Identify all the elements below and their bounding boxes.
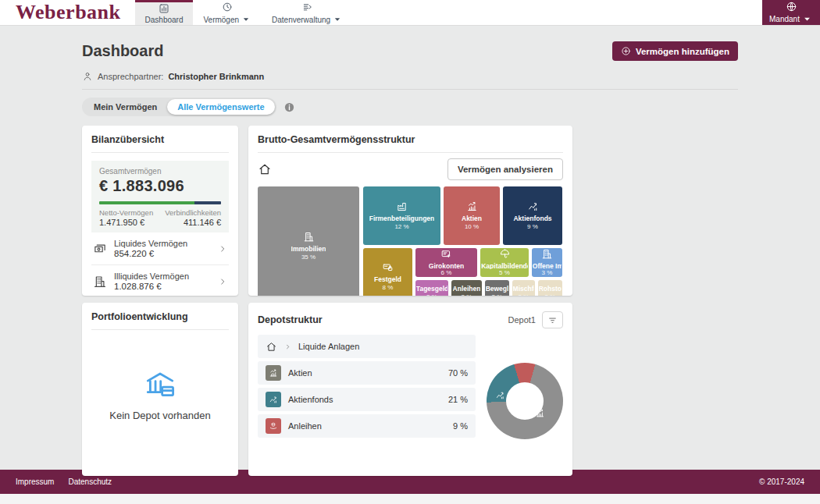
factory-icon [396, 201, 408, 212]
illiquid-assets-row[interactable]: Illiquides Vermögen 1.028.876 € [91, 265, 229, 296]
tile-label: Girokonten [429, 262, 464, 269]
info-icon[interactable] [283, 101, 295, 113]
depot-row[interactable]: Aktien70 % [258, 361, 476, 385]
gross-asset-structure-card: Brutto-Gesamtvermögensstruktur Vermögen … [248, 126, 572, 296]
no-depot-empty-state: Kein Depot vorhanden [91, 330, 229, 467]
illiquid-assets-value: 1.028.876 € [114, 282, 189, 291]
depot-row-label: Aktien [288, 368, 312, 378]
contact-name: Christopher Brinkmann [168, 72, 264, 81]
treemap-tile[interactable]: Festgeld8 % [363, 248, 412, 296]
depot-filter-button[interactable] [542, 311, 563, 328]
globe-icon [786, 1, 797, 12]
treemap-tile[interactable]: Aktienfonds9 % [503, 186, 562, 245]
balance-overview-card: Bilanzübersicht Gesamtvermögen € 1.883.0… [82, 126, 238, 296]
nav-tab-vermoegen[interactable]: Vermögen [193, 0, 262, 25]
treemap-tile[interactable]: Aktien10 % [444, 186, 500, 245]
top-navigation-bar: Weberbank Dashboard Vermögen Datenverwal… [0, 0, 820, 26]
treemap-tile[interactable]: Tagesgeld3 % [415, 280, 448, 296]
building-icon [93, 275, 107, 289]
tile-percent: 2 % [545, 293, 556, 296]
portfolio-development-card: Portfolioentwicklung Kein Depot vorhande… [82, 303, 238, 476]
nav-tab-dashboard[interactable]: Dashboard [135, 0, 194, 25]
nav-tab-label: Dashboard [145, 16, 184, 24]
add-asset-label: Vermögen hinzufügen [636, 47, 729, 56]
tile-label: Aktien [462, 215, 482, 223]
bank-icon [141, 368, 179, 401]
footer-link-impressum[interactable]: Impressum [16, 477, 54, 486]
nav-tab-datenverwaltung[interactable]: Datenverwaltung [262, 0, 353, 25]
fund-chart-icon [495, 390, 505, 400]
tile-percent: 8 % [383, 284, 394, 292]
tile-percent: 10 % [465, 223, 479, 231]
depot-row[interactable]: Anleihen9 % [258, 414, 476, 438]
depot-list: Liquide Anlagen Aktien70 %Aktienfonds21 … [258, 335, 476, 467]
tile-label: Anleihen [453, 285, 481, 293]
net-bar-segment [99, 201, 194, 204]
liquid-assets-value: 854.220 € [114, 249, 187, 258]
tile-label: Mischfo... [513, 285, 535, 293]
mandant-label: Mandant [769, 15, 800, 23]
net-assets-value: 1.471.950 € [99, 218, 153, 227]
tile-label: Firmenbeteiligungen [369, 215, 435, 223]
treemap-tile[interactable]: Firmenbeteiligungen12 % [363, 186, 440, 245]
illiquid-assets-label: Illiquides Vermögen [114, 272, 189, 281]
depot-row[interactable]: Aktienfonds21 % [258, 388, 476, 411]
tile-label: Aktienfonds [513, 215, 551, 223]
tab-mein-vermoegen[interactable]: Mein Vermögen [84, 99, 167, 115]
data-management-icon [302, 2, 313, 12]
card-lock-icon [382, 261, 394, 273]
treemap-tile[interactable]: Immobilien35 % [258, 186, 359, 296]
depot-breadcrumb[interactable]: Liquide Anlagen [258, 335, 476, 358]
tile-label: Tagesgeld [416, 285, 447, 293]
total-assets-label: Gesamtvermögen [99, 167, 221, 176]
total-assets-value: € 1.883.096 [99, 177, 221, 195]
umbrella-icon [499, 248, 511, 260]
fund-chart-icon [527, 201, 539, 212]
tile-percent: 3 % [426, 293, 437, 296]
depot-card-title: Depotstruktur [258, 314, 323, 325]
building-icon [303, 231, 315, 243]
tile-percent: 12 % [394, 223, 408, 231]
tile-percent: 9 % [527, 223, 538, 231]
tile-percent: 5 % [499, 269, 510, 277]
chevron-right-icon [218, 244, 227, 254]
view-tab-group: Mein Vermögen Alle Vermögenswerte [82, 98, 276, 116]
analyze-assets-button[interactable]: Vermögen analysieren [447, 158, 563, 180]
chevron-down-icon [241, 14, 251, 25]
treemap-tile[interactable]: Mischfo...2 % [512, 280, 535, 296]
footer-link-datenschutz[interactable]: Datenschutz [68, 477, 112, 486]
person-icon [82, 71, 93, 82]
add-asset-button[interactable]: Vermögen hinzufügen [612, 41, 738, 61]
tab-alle-vermoegenswerte[interactable]: Alle Vermögenswerte [167, 99, 274, 115]
tile-label: Immobilien [291, 245, 326, 254]
liquid-assets-row[interactable]: Liquides Vermögen 854.220 € [91, 232, 229, 265]
treemap-tile[interactable]: Girokonten6 % [415, 248, 477, 277]
chevron-down-icon [801, 13, 813, 25]
depot-row-percent: 21 % [448, 395, 468, 404]
treemap-tile[interactable]: Bewegli...2 % [485, 280, 509, 296]
mandant-menu[interactable]: Mandant [762, 0, 820, 25]
view-tabs: Mein Vermögen Alle Vermögenswerte [82, 98, 738, 116]
page-bottom-strip [0, 494, 820, 504]
treemap-tile[interactable]: Kapitalbildende Versi...5 % [480, 248, 529, 277]
depot-row-percent: 9 % [453, 421, 468, 431]
plus-circle-icon [621, 46, 631, 56]
depot-row-label: Aktienfonds [288, 395, 333, 404]
net-assets-label: Netto-Vermögen [99, 208, 153, 217]
dashboard-page: Dashboard Vermögen hinzufügen Ansprechpa… [0, 26, 820, 470]
tile-percent: 35 % [301, 254, 316, 261]
breadcrumb-label: Liquide Anlagen [298, 342, 359, 351]
treemap-tile[interactable]: Rohstof...2 % [538, 280, 562, 296]
treemap-tile[interactable]: Anleihen3 % [451, 280, 482, 296]
home-icon[interactable] [258, 162, 272, 176]
liabilities-bar-segment [194, 201, 221, 204]
building-icon [541, 248, 553, 260]
treemap-tile[interactable]: Offene Im...3 % [532, 248, 562, 277]
fund-chart-icon [266, 392, 281, 407]
total-assets-box: Gesamtvermögen € 1.883.096 Netto-Vermöge… [91, 161, 229, 232]
tile-label: Rohstof... [539, 285, 562, 293]
chevron-right-icon [218, 277, 227, 286]
dashboard-icon [159, 3, 169, 14]
tile-label: Offene Im... [533, 262, 562, 269]
tile-label: Kapitalbildende Versi... [481, 262, 528, 269]
